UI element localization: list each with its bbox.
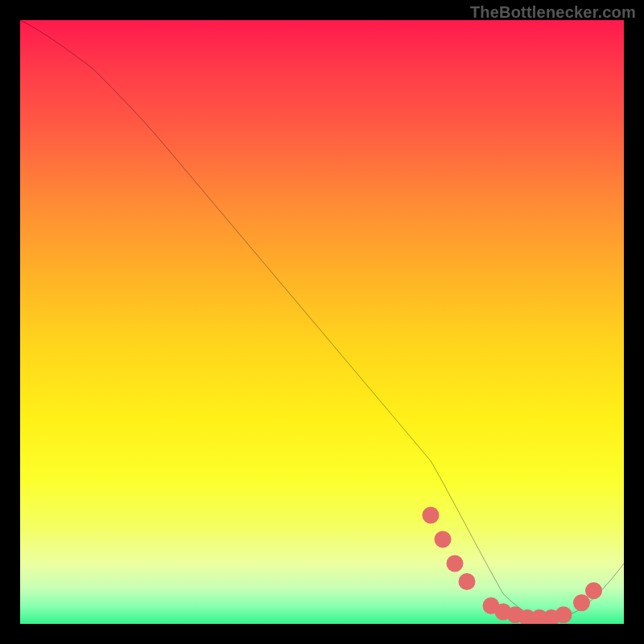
marker-dot xyxy=(449,558,460,569)
plot-area xyxy=(20,20,624,624)
curve-path xyxy=(20,20,624,618)
marker-dot xyxy=(461,576,473,588)
marker-dot xyxy=(576,597,588,609)
chart-svg xyxy=(20,20,624,624)
highlight-points-group xyxy=(425,510,599,623)
chart-wrapper: TheBottlenecker.com xyxy=(0,0,644,644)
watermark-text: TheBottlenecker.com xyxy=(470,3,636,22)
marker-dot xyxy=(425,510,436,521)
marker-dot xyxy=(437,534,448,545)
marker-dot xyxy=(588,585,600,597)
marker-dot xyxy=(558,609,569,621)
marker-dot xyxy=(485,601,497,612)
